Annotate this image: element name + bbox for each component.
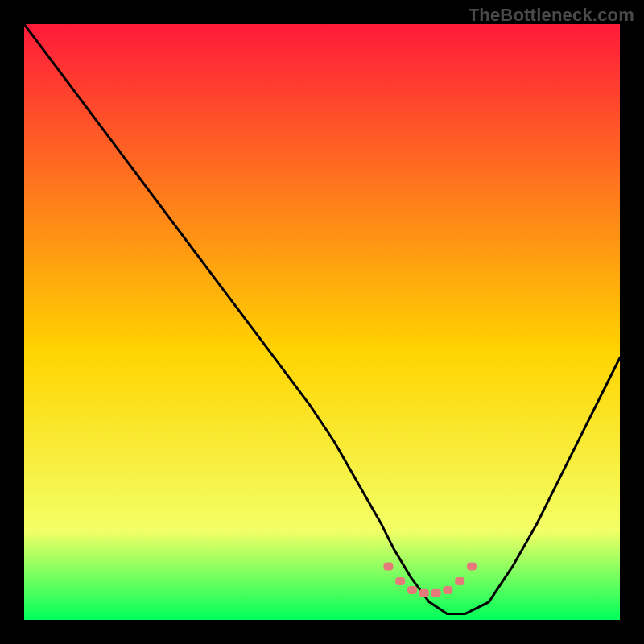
gradient-background: [24, 24, 620, 620]
marker-dot: [467, 562, 477, 570]
marker-dot: [419, 589, 429, 597]
marker-dot: [383, 562, 393, 570]
marker-dot: [407, 586, 417, 594]
watermark-text: TheBottleneck.com: [469, 5, 634, 26]
marker-dot: [443, 586, 452, 594]
marker-dot: [455, 577, 464, 585]
plot-svg: [24, 24, 620, 620]
chart-canvas: TheBottleneck.com: [0, 0, 644, 644]
plot-area: [24, 24, 620, 620]
marker-dot: [395, 577, 405, 585]
marker-dot: [431, 589, 441, 597]
